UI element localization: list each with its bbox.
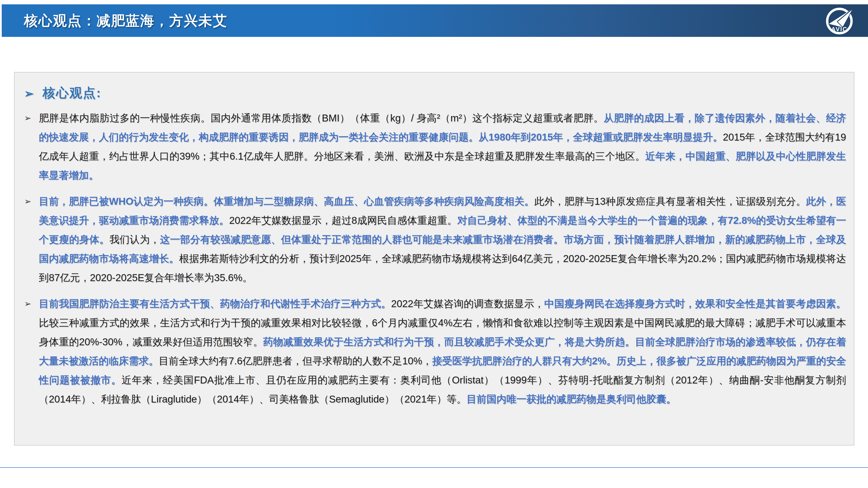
arrow-bullet-icon: ➢ <box>24 294 39 409</box>
body-text: 目前全球大约有7.6亿肥胖患者，但寻求帮助的人数不足10%， <box>159 355 432 366</box>
avic-logo-icon: AVIC <box>824 3 857 37</box>
paragraph-text: 肥胖是体内脂肪过多的一种慢性疾病。国内外通常用体质指数（BMI）（体重（kg）/… <box>39 108 846 185</box>
core-view-heading-label: 核心观点: <box>42 85 101 101</box>
bullet-paragraph: ➢肥胖是体内脂肪过多的一种慢性疾病。国内外通常用体质指数（BMI）（体重（kg）… <box>24 108 846 185</box>
content-panel: ➢ 核心观点: ➢肥胖是体内脂肪过多的一种慢性疾病。国内外通常用体质指数（BMI… <box>14 72 854 446</box>
avic-logo: AVIC <box>824 3 857 37</box>
paragraph-text: 目前，肥胖已被WHO认定为一种疾病。体重增加与二型糖尿病、高血压、心血管疾病等多… <box>39 192 846 287</box>
title-bar: 核心观点：减肥蓝海，方兴未艾 AVIC <box>2 4 868 37</box>
page-title: 核心观点：减肥蓝海，方兴未艾 <box>2 11 227 30</box>
core-view-heading: ➢ 核心观点: <box>24 85 846 101</box>
emphasis-text: 目前，肥胖已被WHO认定为一种疾病。体重增加与二型糖尿病、高血压、心血管疾病等多… <box>39 196 534 207</box>
emphasis-text: 中国瘦身网民在选择瘦身方式时，效果和安全性是其首要考虑因素。 <box>544 298 846 309</box>
body-text: 我们认为， <box>110 234 160 245</box>
body-text: 肥胖是体内脂肪过多的一种慢性疾病。国内外通常用体质指数（BMI）（体重（kg）/… <box>39 112 604 124</box>
avic-logo-text: AVIC <box>831 26 847 33</box>
footer-divider <box>0 467 868 468</box>
emphasis-text: 目前我国肥胖防治主要有生活方式干预、药物治疗和代谢性手术治疗三种方式。 <box>39 298 391 309</box>
body-text: 近年来，经美国FDA批准上市、且仍在应用的减肥药主要有：奥利司他（Orlista… <box>39 375 846 405</box>
paragraph-list: ➢肥胖是体内脂肪过多的一种慢性疾病。国内外通常用体质指数（BMI）（体重（kg）… <box>24 108 846 409</box>
body-text: 2022年艾媒咨询的调查数据显示， <box>391 298 544 309</box>
bullet-paragraph: ➢目前，肥胖已被WHO认定为一种疾病。体重增加与二型糖尿病、高血压、心血管疾病等… <box>24 192 846 287</box>
arrow-bullet-icon: ➢ <box>24 88 34 99</box>
emphasis-text: 目前国内唯一获批的减肥药物是奥利司他胶囊。 <box>467 393 676 405</box>
body-text: 此外，肥胖与13种原发癌症具有显著相关性，证据级别充分。 <box>534 196 806 207</box>
arrow-bullet-icon: ➢ <box>24 108 39 185</box>
paragraph-text: 目前我国肥胖防治主要有生活方式干预、药物治疗和代谢性手术治疗三种方式。2022年… <box>39 294 846 409</box>
body-text: 2022年艾媒数据显示，超过8成网民自感体重超重。 <box>229 215 457 226</box>
arrow-bullet-icon: ➢ <box>24 192 39 287</box>
bullet-paragraph: ➢目前我国肥胖防治主要有生活方式干预、药物治疗和代谢性手术治疗三种方式。2022… <box>24 294 846 409</box>
